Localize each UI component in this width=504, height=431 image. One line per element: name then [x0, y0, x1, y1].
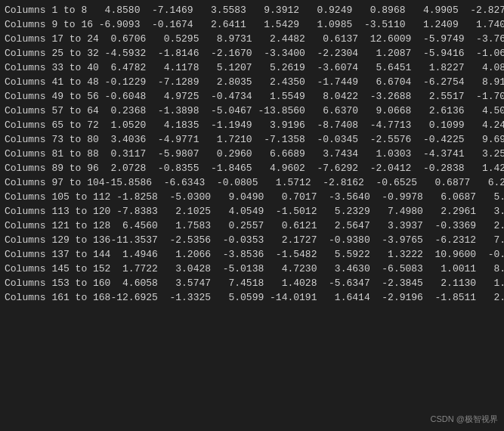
- table-row: Columns 57 to 64 0.2368 -1.3898 -5.0467 …: [5, 104, 499, 118]
- table-row: Columns 41 to 48 -0.1229 -7.1289 2.8035 …: [5, 75, 499, 89]
- table-row: Columns 33 to 40 6.4782 4.1178 5.1207 5.…: [5, 60, 499, 75]
- table-row: Columns 145 to 152 1.7722 3.0428 -5.0138…: [5, 262, 499, 276]
- table-row: Columns 1 to 8 4.8580 -7.1469 3.5583 9.3…: [5, 3, 499, 17]
- table-row: Columns 121 to 128 6.4560 1.7583 0.2557 …: [5, 219, 499, 233]
- table-row: Columns 153 to 160 4.6058 3.5747 7.4518 …: [5, 276, 499, 290]
- terminal-window: Columns 1 to 8 4.8580 -7.1469 3.5583 9.3…: [0, 0, 504, 431]
- table-row: Columns 161 to 168-12.6925 -1.3325 5.059…: [5, 290, 499, 305]
- table-row: Columns 9 to 16 -6.9093 -0.1674 2.6411 1…: [5, 17, 499, 32]
- output-lines: Columns 1 to 8 4.8580 -7.1469 3.5583 9.3…: [5, 3, 499, 305]
- watermark: CSDN @极智视界: [431, 414, 498, 425]
- table-row: Columns 73 to 80 3.4036 -4.9771 1.7210 -…: [5, 132, 499, 147]
- table-row: Columns 105 to 112 -1.8258 -5.0300 9.049…: [5, 190, 499, 204]
- table-row: Columns 65 to 72 1.0520 4.1835 -1.1949 3…: [5, 118, 499, 132]
- table-row: Columns 49 to 56 -0.6048 4.9725 -0.4734 …: [5, 89, 499, 104]
- table-row: Columns 89 to 96 2.0728 -0.8355 -1.8465 …: [5, 161, 499, 175]
- table-row: Columns 25 to 32 -4.5932 -1.8146 -2.1670…: [5, 46, 499, 60]
- table-row: Columns 97 to 104-15.8586 -6.6343 -0.080…: [5, 175, 499, 190]
- table-row: Columns 17 to 24 0.6706 0.5295 8.9731 2.…: [5, 32, 499, 46]
- table-row: Columns 137 to 144 1.4946 1.2066 -3.8536…: [5, 247, 499, 262]
- table-row: Columns 81 to 88 0.3117 -5.9807 0.2960 6…: [5, 147, 499, 161]
- table-row: Columns 129 to 136-11.3537 -2.5356 -0.03…: [5, 233, 499, 247]
- table-row: Columns 113 to 120 -7.8383 2.1025 4.0549…: [5, 204, 499, 219]
